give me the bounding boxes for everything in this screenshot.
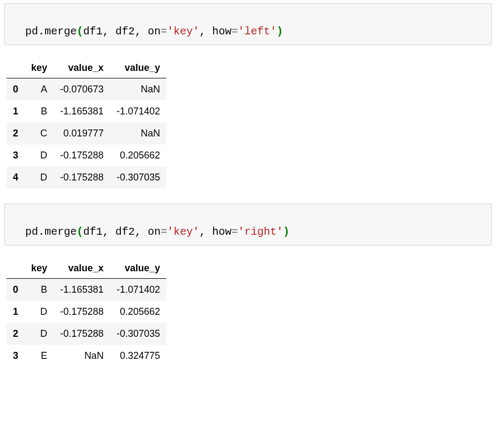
cell: D bbox=[25, 323, 54, 345]
row-index: 3 bbox=[6, 345, 25, 367]
table-row: 0B-1.165381-1.071402 bbox=[6, 279, 166, 301]
code-token: pd bbox=[25, 226, 38, 238]
table-row: 1B-1.165381-1.071402 bbox=[6, 100, 166, 122]
code-token: on bbox=[148, 25, 161, 38]
code-token: df1 bbox=[83, 226, 103, 238]
code-token: how bbox=[212, 25, 231, 38]
code-token: ( bbox=[77, 226, 83, 238]
row-index: 0 bbox=[6, 279, 25, 301]
column-header: value_x bbox=[54, 258, 110, 279]
code-token: how bbox=[212, 226, 231, 238]
cell: -0.307035 bbox=[110, 167, 166, 189]
cell: D bbox=[25, 167, 54, 189]
cell: NaN bbox=[54, 345, 110, 367]
code-token: , bbox=[135, 25, 148, 38]
table-row: 3ENaN0.324775 bbox=[6, 345, 166, 367]
code-token: 'left' bbox=[238, 25, 276, 38]
cell: D bbox=[25, 301, 54, 323]
table-row: 2D-0.175288-0.307035 bbox=[6, 323, 166, 345]
code-token: ) bbox=[276, 25, 283, 38]
column-header: key bbox=[25, 258, 54, 279]
row-index: 1 bbox=[6, 301, 25, 323]
code-token: 'key' bbox=[167, 25, 199, 38]
code-token: , bbox=[135, 226, 148, 238]
cell: -0.175288 bbox=[54, 301, 110, 323]
row-index: 1 bbox=[6, 100, 25, 122]
cell: -1.165381 bbox=[54, 279, 110, 301]
column-header: value_y bbox=[110, 58, 166, 78]
code-line-1: pd.merge(df1, df2, on='key', how='left') bbox=[25, 25, 283, 38]
cell: B bbox=[25, 279, 54, 301]
table-row: 4D-0.175288-0.307035 bbox=[6, 167, 166, 189]
output-table-2: keyvalue_xvalue_y0B-1.165381-1.0714021D-… bbox=[6, 258, 166, 367]
cell: 0.205662 bbox=[110, 144, 166, 167]
code-token: . bbox=[38, 226, 45, 238]
row-index: 2 bbox=[6, 122, 25, 144]
column-header: value_x bbox=[54, 58, 110, 78]
code-cell-1: pd.merge(df1, df2, on='key', how='left') bbox=[4, 3, 492, 45]
cell: -1.071402 bbox=[110, 100, 166, 122]
cell: C bbox=[25, 122, 54, 144]
cell: 0.019777 bbox=[54, 122, 110, 144]
code-token: ) bbox=[283, 226, 289, 238]
code-line-2: pd.merge(df1, df2, on='key', how='right'… bbox=[25, 226, 289, 238]
cell: -1.165381 bbox=[54, 100, 110, 122]
table-row: 1D-0.1752880.205662 bbox=[6, 301, 166, 323]
cell: -0.307035 bbox=[110, 323, 166, 345]
cell: 0.205662 bbox=[110, 301, 166, 323]
cell: D bbox=[25, 144, 54, 167]
cell: E bbox=[25, 345, 54, 367]
cell: -0.070673 bbox=[54, 78, 110, 101]
table-row: 3D-0.1752880.205662 bbox=[6, 144, 166, 167]
output-table-1: keyvalue_xvalue_y0A-0.070673NaN1B-1.1653… bbox=[6, 58, 166, 189]
cell: -0.175288 bbox=[54, 144, 110, 167]
code-token: 'key' bbox=[167, 226, 199, 238]
code-token: merge bbox=[45, 25, 77, 38]
code-token: , bbox=[103, 226, 115, 238]
column-header: key bbox=[25, 58, 54, 78]
cell: 0.324775 bbox=[110, 345, 166, 367]
code-token: = bbox=[161, 25, 167, 38]
cell: NaN bbox=[110, 78, 166, 101]
cell: -1.071402 bbox=[110, 279, 166, 301]
code-token: df1 bbox=[83, 25, 103, 38]
output-table-2-wrap: keyvalue_xvalue_y0B-1.165381-1.0714021D-… bbox=[6, 258, 490, 367]
row-index: 0 bbox=[6, 78, 25, 101]
code-token: . bbox=[38, 25, 45, 38]
output-table-1-wrap: keyvalue_xvalue_y0A-0.070673NaN1B-1.1653… bbox=[6, 58, 490, 189]
code-token: , bbox=[199, 226, 212, 238]
code-token: df2 bbox=[115, 25, 135, 38]
code-cell-2: pd.merge(df1, df2, on='key', how='right'… bbox=[4, 204, 492, 245]
table-corner bbox=[6, 58, 25, 78]
code-token: ( bbox=[77, 25, 83, 38]
row-index: 3 bbox=[6, 144, 25, 167]
cell: NaN bbox=[110, 122, 166, 144]
cell: -0.175288 bbox=[54, 323, 110, 345]
code-token: = bbox=[161, 226, 167, 238]
table-row: 0A-0.070673NaN bbox=[6, 78, 166, 101]
code-token: merge bbox=[45, 226, 77, 238]
column-header: value_y bbox=[110, 258, 166, 279]
code-token: on bbox=[148, 226, 161, 238]
cell: -0.175288 bbox=[54, 167, 110, 189]
code-token: = bbox=[231, 226, 238, 238]
row-index: 2 bbox=[6, 323, 25, 345]
table-row: 2C0.019777NaN bbox=[6, 122, 166, 144]
code-token: = bbox=[231, 25, 238, 38]
code-token: , bbox=[199, 25, 212, 38]
code-token: , bbox=[103, 25, 115, 38]
code-token: pd bbox=[25, 25, 38, 38]
cell: B bbox=[25, 100, 54, 122]
code-token: df2 bbox=[115, 226, 135, 238]
cell: A bbox=[25, 78, 54, 101]
row-index: 4 bbox=[6, 167, 25, 189]
table-corner bbox=[6, 258, 25, 279]
code-token: 'right' bbox=[238, 226, 283, 238]
